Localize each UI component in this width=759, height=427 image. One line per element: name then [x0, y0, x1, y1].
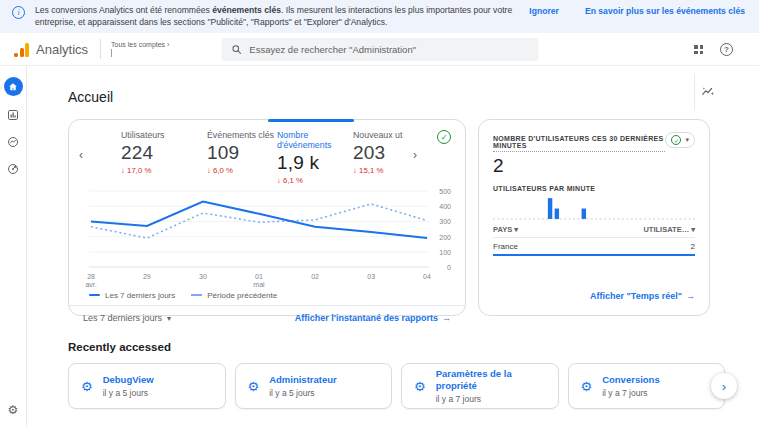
arrow-down-icon: ↓ — [207, 166, 211, 175]
users-column-header[interactable]: UTILISATE… ▾ — [643, 225, 695, 234]
recently-accessed-heading: Recently accessed — [68, 341, 725, 353]
recent-card-title: DebugView — [103, 374, 154, 386]
metric-carousel: ‹ Utilisateurs 224 ↓ 17,0 % Événements c… — [83, 130, 451, 180]
gear-icon: ⚙ — [581, 379, 593, 394]
caret-down-icon: ▾ — [514, 225, 518, 234]
page-title: Accueil — [68, 89, 113, 105]
insights-divider — [694, 74, 695, 110]
banner-message: Les conversions Analytics ont été renomm… — [35, 5, 529, 28]
recent-card-debugview[interactable]: ⚙ DebugView il y a 5 jours — [68, 363, 226, 409]
search-input[interactable] — [249, 44, 528, 55]
recent-card-parametres[interactable]: ⚙ Paramètres de la propriété il y a 7 jo… — [401, 363, 559, 409]
notification-banner: i Les conversions Analytics ont été reno… — [0, 0, 759, 33]
nav-advertising-icon[interactable] — [5, 161, 21, 177]
metric-label: Événements clés — [207, 130, 277, 140]
learn-more-link[interactable]: En savoir plus sur les événements clés — [585, 6, 745, 16]
diagnostics-grid-icon[interactable] — [694, 45, 703, 54]
caret-down-icon: ▾ — [685, 136, 689, 144]
realtime-user-count: 2 — [493, 155, 695, 177]
recent-card-conversions[interactable]: ⚙ Conversions il y a 7 jours — [568, 363, 726, 409]
realtime-header: NOMBRE D'UTILISATEURS CES 30 DERNIÈRES M… — [493, 132, 695, 152]
realtime-table-row: France 2 — [493, 238, 695, 256]
realtime-table-header: PAYS ▾ UTILISATE… ▾ — [493, 221, 695, 238]
column-label: UTILISATE… — [643, 225, 689, 234]
help-icon[interactable]: ? — [720, 43, 733, 56]
metric-value: 203 — [353, 142, 413, 164]
recent-card-administrateur[interactable]: ⚙ Administrateur il y a 5 jours — [235, 363, 393, 409]
date-range-value: Les 7 derniers jours — [83, 313, 162, 323]
solid-line-swatch-icon — [89, 294, 100, 296]
cards-row: ‹ Utilisateurs 224 ↓ 17,0 % Événements c… — [68, 119, 725, 316]
column-label: PAYS — [493, 225, 512, 234]
left-nav: ⚙ — [0, 66, 27, 427]
banner-actions: Ignorer En savoir plus sur les événement… — [529, 6, 745, 16]
dismiss-banner-link[interactable]: Ignorer — [529, 6, 559, 16]
metric-tab-nombre-evenements[interactable]: Nombre d'événements 1,9 k ↓ 6,1 % — [277, 130, 353, 185]
link-label: Afficher "Temps réel" — [590, 291, 682, 301]
metric-delta: ↓ 6,1 % — [277, 176, 353, 185]
gear-icon: ⚙ — [414, 379, 426, 394]
legend-label: Les 7 derniers jours — [105, 291, 175, 300]
metric-tab-nouveaux-utilisateurs[interactable]: Nouveaux ut 203 ↓ 15,1 % — [353, 130, 413, 185]
account-picker[interactable]: Tous les comptes › — [111, 41, 169, 57]
breadcrumb[interactable]: Tous les comptes — [111, 41, 165, 48]
nav-home-icon[interactable] — [4, 77, 23, 96]
metric-delta-value: 6,0 % — [213, 166, 233, 175]
x-axis-labels: 28avr.293001mai020304 — [89, 271, 429, 286]
recently-accessed-row: ⚙ DebugView il y a 5 jours ⚙ Administrat… — [68, 363, 725, 409]
admin-gear-icon[interactable]: ⚙ — [8, 403, 19, 417]
carousel-prev-icon[interactable]: ‹ — [79, 148, 83, 162]
metric-delta: ↓ 6,0 % — [207, 166, 277, 175]
metric-delta-value: 6,1 % — [283, 176, 303, 185]
users-per-minute-chart — [493, 194, 695, 221]
header-right: ? — [694, 33, 733, 66]
legend-label: Période précédente — [207, 291, 277, 300]
metric-tabs: Utilisateurs 224 ↓ 17,0 % Événements clé… — [121, 130, 413, 185]
arrow-down-icon: ↓ — [121, 166, 125, 175]
page-header: Accueil — [68, 88, 725, 106]
recent-next-button[interactable]: › — [711, 373, 737, 399]
metric-tab-evenements-cles[interactable]: Événements clés 109 ↓ 6,0 % — [207, 130, 277, 185]
overview-line-chart — [89, 187, 429, 271]
recent-card-time: il y a 5 jours — [103, 388, 154, 398]
recent-card-time: il y a 7 jours — [436, 394, 546, 404]
header-divider — [100, 39, 101, 59]
users-cell: 2 — [691, 242, 695, 251]
gear-icon: ⚙ — [248, 379, 260, 394]
link-label: Afficher l'instantané des rapports — [295, 313, 438, 323]
carousel-next-icon[interactable]: › — [413, 148, 417, 162]
recent-card-time: il y a 5 jours — [269, 388, 337, 398]
data-quality-check-icon[interactable]: ✓ — [437, 130, 451, 144]
info-icon: i — [12, 6, 25, 19]
legend-current: Les 7 derniers jours — [89, 291, 175, 300]
recent-card-title: Paramètres de la propriété — [436, 368, 546, 392]
breadcrumb-chevron-icon: › — [167, 41, 169, 48]
users-per-minute-label: UTILISATEURS PAR MINUTE — [493, 185, 695, 192]
overview-card: ‹ Utilisateurs 224 ↓ 17,0 % Événements c… — [68, 119, 466, 316]
insights-icon[interactable] — [701, 85, 715, 103]
legend-previous: Période précédente — [191, 291, 277, 300]
search-bar[interactable] — [221, 38, 538, 61]
metric-tab-utilisateurs[interactable]: Utilisateurs 224 ↓ 17,0 % — [121, 130, 207, 185]
nav-explore-icon[interactable] — [5, 134, 21, 150]
metric-value: 224 — [121, 142, 207, 164]
country-column-header[interactable]: PAYS ▾ — [493, 225, 518, 234]
realtime-title: NOMBRE D'UTILISATEURS CES 30 DERNIÈRES M… — [493, 135, 665, 152]
recent-card-time: il y a 7 jours — [602, 388, 660, 398]
analytics-logo-icon[interactable] — [14, 42, 29, 57]
metric-delta-value: 15,1 % — [359, 166, 383, 175]
metric-label: Nouveaux ut — [353, 130, 413, 140]
metric-label: Utilisateurs — [121, 130, 207, 140]
banner-text-before: Les conversions Analytics ont été renomm… — [35, 5, 212, 15]
date-range-dropdown[interactable]: Les 7 derniers jours▾ — [83, 313, 171, 323]
banner-text-bold: événements clés — [212, 5, 281, 15]
recent-card-title: Administrateur — [269, 374, 337, 386]
status-check-icon: ✓ — [671, 135, 681, 145]
gear-icon: ⚙ — [81, 379, 93, 394]
arrow-down-icon: ↓ — [353, 166, 357, 175]
realtime-report-link[interactable]: Afficher "Temps réel"→ — [590, 291, 695, 301]
realtime-card: NOMBRE D'UTILISATEURS CES 30 DERNIÈRES M… — [478, 119, 710, 316]
reports-snapshot-link[interactable]: Afficher l'instantané des rapports→ — [295, 313, 451, 323]
nav-reports-icon[interactable] — [5, 107, 21, 123]
realtime-status-dropdown[interactable]: ✓ ▾ — [665, 132, 695, 148]
